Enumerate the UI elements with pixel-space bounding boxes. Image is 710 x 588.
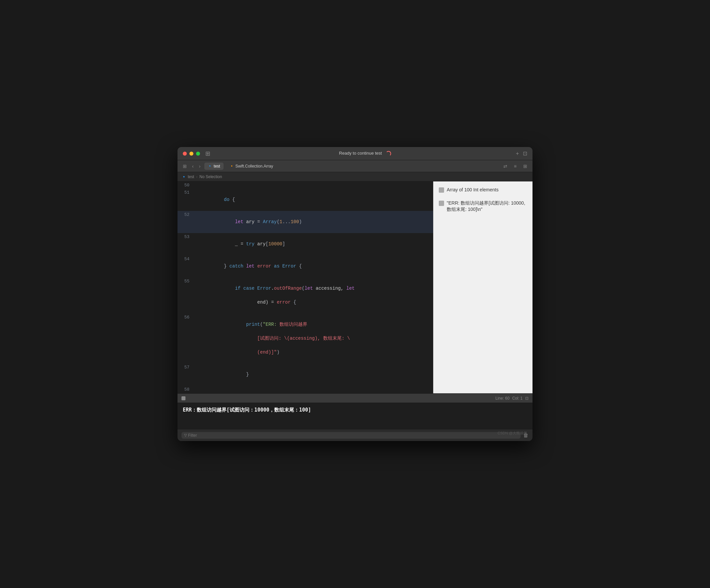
status-info: Line: 60 Col: 1 ⊡ (495, 396, 528, 400)
line-content-52: let ary = Array(1...100) (193, 211, 433, 233)
line-number-56: 56 (178, 314, 193, 321)
titlebar-controls: + ⊡ (516, 150, 527, 156)
panel-item-error: "ERR: 数组访问越界[试图访问: 10000, 数组末尾: 100]\n" (439, 200, 527, 213)
breadcrumb: 🔹 test › No Selection (178, 172, 532, 181)
col-status: Col: 1 (512, 396, 523, 400)
table-row: 50 (178, 181, 433, 189)
line-content-50 (193, 181, 433, 183)
table-row: 57 } (178, 364, 433, 386)
filter-bar: ▽ 🗑 (178, 429, 532, 441)
tab-test-label: test (214, 164, 220, 169)
expand-console-icon[interactable]: ⊡ (525, 396, 528, 400)
filter-input[interactable] (188, 433, 518, 438)
refresh-icon[interactable]: ⇄ (502, 163, 508, 170)
line-content-56: print("ERR: 数组访问越界 [试图访问: \(accessing), … (193, 314, 433, 364)
panel-text-array: Array of 100 Int elements (447, 187, 527, 193)
panel-item-array: Array of 100 Int elements (439, 187, 527, 193)
table-row: 55 if case Error.outOfRange(let accessin… (178, 277, 433, 314)
back-icon[interactable]: ‹ (191, 163, 195, 170)
breadcrumb-separator: › (196, 174, 197, 179)
code-editor[interactable]: 50 51 do { 52 let ary = Array(1...100) (178, 181, 433, 393)
sidebar-toggle-icon[interactable]: ⊞ (205, 150, 210, 157)
line-content-55: if case Error.outOfRange(let accessing, … (193, 277, 433, 314)
tab-test[interactable]: 🔹 test (204, 163, 223, 170)
line-number-58: 58 (178, 386, 193, 393)
stop-button[interactable] (182, 396, 186, 400)
line-status: Line: 60 (495, 396, 510, 400)
close-button[interactable] (183, 152, 187, 155)
line-number-50: 50 (178, 181, 193, 189)
table-row: 54 } catch let error as Error { (178, 255, 433, 277)
table-row: 52 let ary = Array(1...100) (178, 211, 433, 233)
breadcrumb-icon: 🔹 (182, 174, 186, 179)
line-content-58: } (193, 386, 433, 393)
table-row: 56 print("ERR: 数组访问越界 [试图访问: \(accessing… (178, 314, 433, 364)
line-content-53: _ = try ary[10000] (193, 233, 433, 255)
console-area: ERR：数组访问越界[试图访问：10000，数组末尾：100] (178, 402, 532, 429)
add-tab-icon[interactable]: + (516, 151, 519, 156)
grid-icon[interactable]: ⊞ (182, 163, 188, 170)
filter-container: ▽ (182, 432, 521, 439)
swift-collection-icon: 🔸 (230, 164, 234, 168)
line-number-54: 54 (178, 255, 193, 263)
panel-text-error: "ERR: 数组访问越界[试图访问: 10000, 数组末尾: 100]\n" (447, 200, 527, 213)
main-area: 50 51 do { 52 let ary = Array(1...100) (178, 181, 532, 393)
tab-collection[interactable]: 🔸 Swift.Collection.Array (226, 163, 277, 170)
window-title: Ready to continue test (214, 151, 516, 156)
table-row: 53 _ = try ary[10000] (178, 233, 433, 255)
maximize-button[interactable] (196, 152, 200, 155)
line-number-55: 55 (178, 277, 193, 285)
forward-icon[interactable]: › (198, 163, 202, 170)
line-number-53: 53 (178, 233, 193, 240)
titlebar: ⊞ Ready to continue test + ⊡ (178, 147, 532, 160)
traffic-lights (183, 152, 200, 155)
line-content-57: } (193, 364, 433, 386)
tab-collection-label: Swift.Collection.Array (235, 164, 273, 169)
console-output: ERR：数组访问越界[试图访问：10000，数组末尾：100] (183, 407, 527, 413)
line-number-51: 51 (178, 189, 193, 196)
tab-actions: ⇄ ≡ ⊞ (502, 163, 528, 170)
right-panel: Array of 100 Int elements "ERR: 数组访问越界[试… (433, 181, 532, 393)
table-row: 58 } (178, 386, 433, 393)
minimize-button[interactable] (189, 152, 193, 155)
toolbar: ⊞ ‹ › 🔹 test 🔸 Swift.Collection.Array ⇄ … (178, 160, 532, 172)
panel-icon-array (439, 188, 444, 193)
expand-icon[interactable]: ⊞ (522, 163, 528, 170)
watermark: CSDN @大熊侯佩 (498, 431, 527, 436)
line-content-54: } catch let error as Error { (193, 255, 433, 277)
table-row: 51 do { (178, 189, 433, 211)
panel-icon-error (439, 201, 444, 206)
status-bar: Line: 60 Col: 1 ⊡ (178, 393, 532, 402)
line-number-57: 57 (178, 364, 193, 371)
breadcrumb-item2[interactable]: No Selection (199, 174, 222, 179)
list-icon[interactable]: ≡ (513, 163, 518, 170)
line-content-51: do { (193, 189, 433, 211)
swift-icon: 🔹 (208, 164, 212, 168)
line-number-52: 52 (178, 211, 193, 218)
breadcrumb-item1[interactable]: test (188, 174, 194, 179)
filter-icon: ▽ (184, 433, 187, 437)
loading-spinner (386, 151, 391, 156)
split-view-icon[interactable]: ⊡ (523, 150, 527, 156)
